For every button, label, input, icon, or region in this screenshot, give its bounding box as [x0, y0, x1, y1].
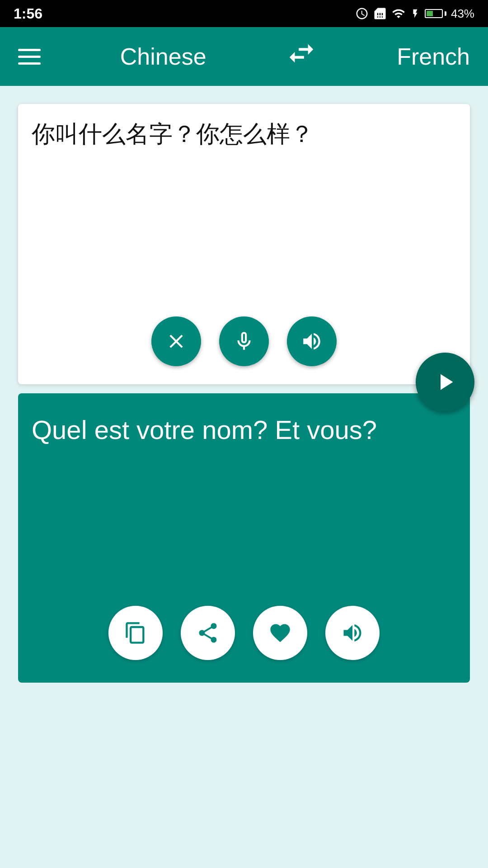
translate-send-button[interactable]	[416, 353, 474, 411]
translation-action-buttons	[32, 597, 456, 669]
swap-languages-button[interactable]	[286, 38, 317, 75]
menu-button[interactable]	[18, 49, 41, 65]
status-time: 1:56	[14, 5, 42, 22]
copy-icon	[124, 621, 147, 645]
status-icons: 43%	[355, 7, 474, 21]
clear-button[interactable]	[151, 316, 201, 366]
volume-icon-translation	[341, 621, 364, 645]
panel-spacer	[0, 384, 488, 393]
source-action-buttons	[32, 307, 456, 375]
heart-icon	[268, 621, 292, 645]
source-input-panel: 你叫什么名字？你怎么样？	[18, 104, 470, 384]
mic-icon	[233, 330, 255, 353]
alarm-icon	[355, 7, 369, 20]
share-button[interactable]	[181, 606, 235, 660]
send-icon	[432, 368, 459, 396]
sim-icon	[373, 7, 387, 20]
battery-indicator	[425, 9, 446, 18]
close-icon	[165, 330, 188, 353]
share-icon	[196, 621, 220, 645]
favorite-button[interactable]	[253, 606, 307, 660]
source-language-label[interactable]: Chinese	[120, 43, 206, 70]
translation-output-panel: Quel est votre nom? Et vous?	[18, 393, 470, 683]
translated-text: Quel est votre nom? Et vous?	[32, 411, 456, 597]
speaker-button-source[interactable]	[287, 316, 337, 366]
volume-icon	[300, 330, 323, 353]
app-toolbar: Chinese French	[0, 27, 488, 86]
target-language-label[interactable]: French	[397, 43, 470, 70]
speaker-button-translation[interactable]	[325, 606, 380, 660]
source-text[interactable]: 你叫什么名字？你怎么样？	[32, 118, 456, 307]
signal-icon	[391, 7, 406, 20]
copy-button[interactable]	[108, 606, 163, 660]
status-bar: 1:56 43	[0, 0, 488, 27]
status-right: 43%	[355, 7, 474, 21]
battery-percent: 43%	[451, 7, 474, 21]
microphone-button[interactable]	[219, 316, 269, 366]
charging-icon	[410, 7, 420, 20]
swap-icon	[286, 38, 317, 69]
